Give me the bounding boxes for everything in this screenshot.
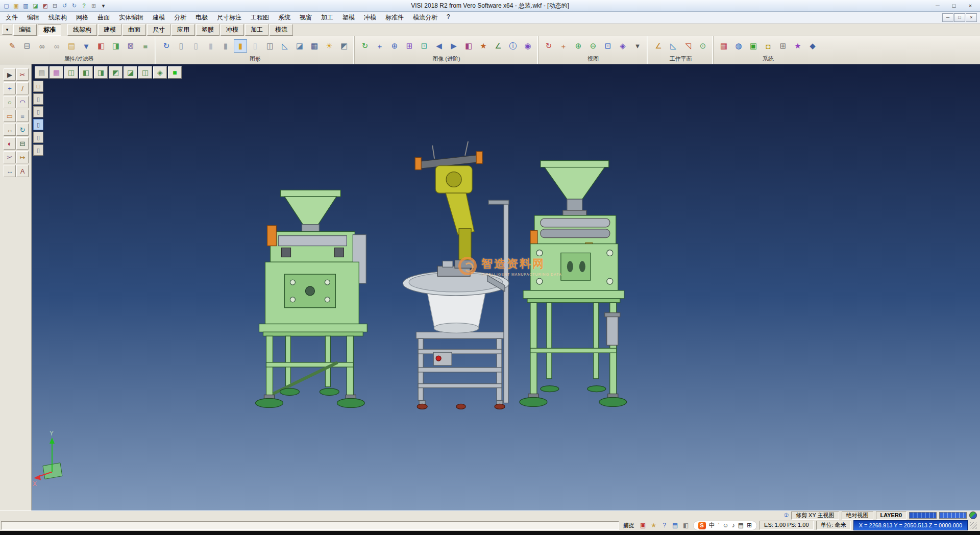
ime-language-toggle[interactable]: 中 — [709, 521, 715, 530]
shaded-edges-mode-icon[interactable]: ▮ — [219, 39, 232, 53]
menu-item[interactable]: 建模 — [148, 12, 169, 23]
strip-wireframe-filter-icon[interactable]: ▯ — [33, 119, 43, 130]
strip-point-filter-icon[interactable]: ▯ — [33, 144, 43, 156]
mode-tab[interactable]: 塑膜 — [196, 24, 219, 36]
view-shaded-cube-icon[interactable]: ■ — [168, 66, 182, 79]
quick-filter-icon[interactable]: ≡ — [139, 39, 152, 53]
view-zoom-in-icon[interactable]: ⊕ — [572, 39, 585, 53]
ime-toolbox-icon[interactable]: ⊞ — [747, 522, 752, 529]
transparent-mode-icon[interactable]: ▯ — [249, 39, 262, 53]
ime-keyboard-icon[interactable]: ▤ — [738, 522, 744, 529]
new-file-icon[interactable]: ▢ — [2, 2, 11, 10]
lights-icon[interactable]: ☀ — [323, 39, 336, 53]
next-view-icon[interactable]: ▶ — [447, 39, 460, 53]
filter-color-icon[interactable]: ◧ — [94, 39, 108, 53]
status-panel-icon[interactable]: ◧ — [681, 521, 691, 530]
layer-manager-icon[interactable]: ▤ — [65, 39, 78, 53]
strip-solid-filter-icon[interactable]: ▯ — [33, 93, 43, 105]
mirror-icon[interactable]: ◐ — [4, 137, 16, 150]
explode-view-icon[interactable]: ★ — [477, 39, 490, 53]
status-help-icon[interactable]: ? — [660, 521, 669, 530]
strip-select-icon[interactable]: □ — [33, 81, 43, 92]
snap-toggle[interactable]: 捕捉 — [622, 522, 636, 529]
view-pan-icon[interactable]: + — [557, 39, 570, 53]
globe-icon[interactable]: ◍ — [732, 39, 745, 53]
ime-mic-icon[interactable]: ♪ — [732, 522, 735, 529]
settings-quick-icon[interactable]: ⊞ — [89, 2, 98, 10]
absolute-view-field[interactable]: 绝对视图 — [842, 512, 873, 520]
menu-item[interactable]: 分析 — [169, 12, 191, 23]
view-list-icon[interactable]: ▤ — [35, 66, 48, 79]
color-palette-icon[interactable]: ▦ — [717, 39, 730, 53]
menu-item[interactable]: 文件 — [1, 12, 22, 23]
command-input[interactable] — [1, 521, 619, 530]
workplane-reset-icon[interactable]: ⊙ — [696, 39, 709, 53]
measure-icon[interactable]: ∠ — [492, 39, 505, 53]
view-left-icon[interactable]: ◩ — [109, 66, 122, 79]
sparkle-icon[interactable]: ★ — [791, 39, 804, 53]
view-palette-icon[interactable]: ▦ — [50, 66, 63, 79]
refresh-view-icon[interactable]: ↻ — [160, 39, 173, 53]
ime-logo-icon[interactable]: S — [698, 522, 706, 529]
rotate-icon[interactable]: ↻ — [16, 124, 29, 136]
quickbar-caret-icon[interactable]: ▾ — [99, 2, 108, 10]
menu-item[interactable]: 实体编辑 — [114, 12, 148, 23]
polyline-icon[interactable]: ≡ — [16, 110, 29, 122]
chain-select-icon[interactable]: ∞ — [35, 39, 48, 53]
menu-item[interactable]: 编辑 — [22, 12, 44, 23]
snap-settings-icon[interactable]: ◘ — [762, 39, 775, 53]
ime-emoji-icon[interactable]: ☺ — [722, 522, 728, 529]
clip-plane-icon[interactable]: ◧ — [462, 39, 475, 53]
view-iso-icon[interactable]: ◈ — [616, 39, 629, 53]
view-rotate-icon[interactable]: ↻ — [542, 39, 555, 53]
previous-view-icon[interactable]: ◀ — [432, 39, 446, 53]
mode-tab[interactable]: 冲模 — [220, 24, 244, 36]
copy-attributes-icon[interactable]: ⊟ — [20, 39, 34, 53]
mode-tab[interactable]: 模流 — [270, 24, 293, 36]
mode-tab[interactable]: 建模 — [98, 24, 121, 36]
dimension-icon[interactable]: ↔ — [4, 165, 16, 177]
view-fit-icon[interactable]: ⊡ — [601, 39, 615, 53]
select-icon[interactable]: ▶ — [4, 68, 16, 81]
view-bottom-icon[interactable]: ◫ — [138, 66, 152, 79]
text-icon[interactable]: A — [16, 165, 29, 177]
machine-granulator-right[interactable] — [520, 161, 627, 407]
dynamic-rotate-icon[interactable]: ↻ — [358, 39, 372, 53]
filter-type-icon[interactable]: ▼ — [80, 39, 93, 53]
strip-curve-filter-icon[interactable]: ▯ — [33, 132, 43, 143]
redo-icon[interactable]: ↻ — [70, 2, 79, 10]
rendered-mode-icon[interactable]: ▮ — [234, 39, 247, 53]
help-quick-icon[interactable]: ? — [80, 2, 88, 10]
menu-item[interactable]: 系统 — [274, 12, 295, 23]
change-attributes-icon[interactable]: ✎ — [6, 39, 19, 53]
menu-item[interactable]: 工程图 — [246, 12, 274, 23]
shaded-mode-icon[interactable]: ▮ — [204, 39, 217, 53]
tab[interactable]: 编辑 — [13, 24, 37, 36]
menu-item[interactable]: 线架构 — [44, 12, 71, 23]
menu-item[interactable]: 视窗 — [295, 12, 316, 23]
mode-tab[interactable]: 尺寸 — [147, 24, 170, 36]
active-layer-field[interactable]: LAYER0 — [876, 512, 906, 520]
import-icon[interactable]: ◪ — [31, 2, 40, 10]
dynamic-zoom-icon[interactable]: ⊕ — [388, 39, 401, 53]
materials-icon[interactable]: ◩ — [337, 39, 351, 53]
status-alert-icon[interactable]: ▣ — [639, 521, 648, 530]
child-restore-button[interactable]: □ — [954, 13, 965, 22]
mask-icon[interactable]: ⊠ — [124, 39, 137, 53]
menu-item[interactable]: 曲面 — [93, 12, 114, 23]
dynamic-pan-icon[interactable]: + — [373, 39, 386, 53]
ruler-icon[interactable]: ◆ — [806, 39, 819, 53]
rectangle-icon[interactable]: ▭ — [4, 110, 16, 122]
view-front-icon[interactable]: ◧ — [79, 66, 93, 79]
view-named-icon[interactable]: ▾ — [631, 39, 644, 53]
line-icon[interactable]: / — [16, 82, 29, 94]
child-close-button[interactable]: × — [966, 13, 977, 22]
perspective-icon[interactable]: ◺ — [278, 39, 291, 53]
point-icon[interactable]: + — [4, 82, 16, 94]
resize-grip[interactable] — [970, 522, 977, 529]
tab[interactable]: 标准 — [38, 24, 61, 36]
mode-tab[interactable]: 线架构 — [67, 24, 97, 36]
menu-item[interactable]: 尺寸标注 — [212, 12, 246, 23]
graphics-viewport[interactable]: ▤▦◫◧◨◩◪◫◈■ □▯▯▯▯▯ — [32, 64, 980, 510]
zoom-window-icon[interactable]: ⊞ — [403, 39, 416, 53]
